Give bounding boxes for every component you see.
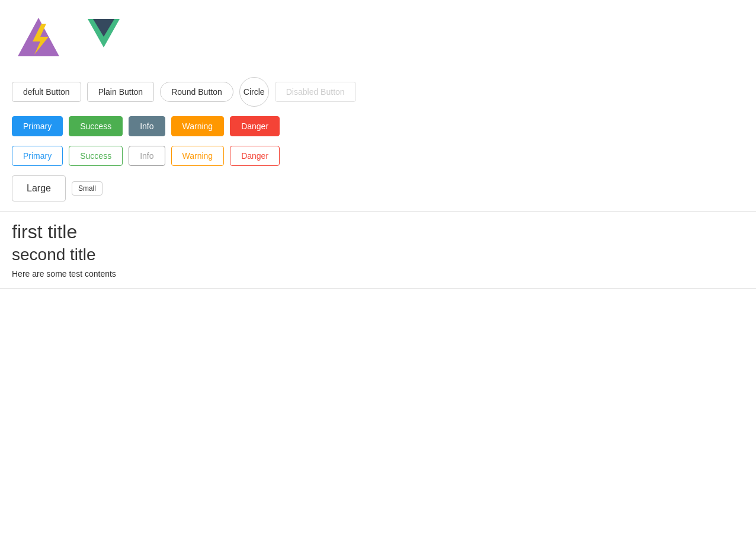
- header-logos: [0, 0, 756, 77]
- top-divider: [0, 211, 756, 212]
- success-outline-button[interactable]: Success: [69, 146, 123, 166]
- button-row-outline: Primary Success Info Warning Danger: [12, 146, 744, 166]
- button-row-1: defult Button Plain Button Round Button …: [12, 77, 744, 107]
- primary-button[interactable]: Primary: [12, 116, 63, 136]
- warning-button[interactable]: Warning: [171, 116, 225, 136]
- plain-button[interactable]: Plain Button: [87, 82, 155, 102]
- info-button[interactable]: Info: [129, 116, 165, 136]
- first-title: first title: [12, 221, 744, 243]
- success-button[interactable]: Success: [69, 116, 123, 136]
- danger-button[interactable]: Danger: [230, 116, 280, 136]
- vite-logo-icon: [12, 12, 65, 65]
- circle-button[interactable]: Circle: [239, 77, 269, 107]
- disabled-button: Disabled Button: [275, 82, 356, 102]
- info-outline-button[interactable]: Info: [129, 146, 165, 166]
- large-button[interactable]: Large: [12, 175, 66, 201]
- small-button[interactable]: Small: [72, 181, 102, 196]
- primary-outline-button[interactable]: Primary: [12, 146, 63, 166]
- vue-logo-icon: [77, 12, 130, 65]
- body-text: Here are some test contents: [12, 269, 744, 279]
- bottom-divider: [0, 288, 756, 289]
- default-button[interactable]: defult Button: [12, 82, 81, 102]
- warning-outline-button[interactable]: Warning: [171, 146, 225, 166]
- second-title: second title: [12, 245, 744, 264]
- button-row-solid: Primary Success Info Warning Danger: [12, 116, 744, 136]
- danger-outline-button[interactable]: Danger: [230, 146, 280, 166]
- round-button[interactable]: Round Button: [160, 82, 233, 102]
- content-section: first title second title Here are some t…: [0, 221, 756, 279]
- button-section: defult Button Plain Button Round Button …: [0, 77, 756, 201]
- button-row-sizes: Large Small: [12, 175, 744, 201]
